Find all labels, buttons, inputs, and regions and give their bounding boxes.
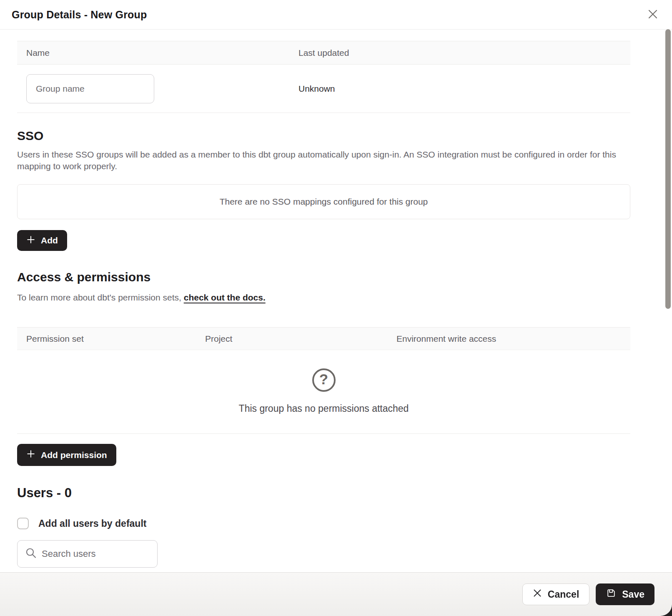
plus-icon xyxy=(26,235,35,246)
add-permission-button[interactable]: Add permission xyxy=(17,444,116,466)
sso-add-button[interactable]: Add xyxy=(17,230,67,251)
users-heading: Users - 0 xyxy=(17,486,630,500)
access-permissions-description: To learn more about dbt's permission set… xyxy=(17,292,630,303)
floppy-disk-icon xyxy=(606,588,617,601)
sso-description: Users in these SSO groups will be added … xyxy=(17,149,627,172)
cancel-button[interactable]: Cancel xyxy=(522,583,589,605)
sso-empty-message: There are no SSO mappings configured for… xyxy=(220,197,428,207)
column-header-permission-set: Permission set xyxy=(26,334,205,344)
modal-content: Name Last updated Unknown SSO Users in t… xyxy=(0,41,672,568)
docs-link[interactable]: check out the docs. xyxy=(184,293,266,302)
column-header-last-updated: Last updated xyxy=(298,48,630,58)
group-name-input[interactable] xyxy=(26,74,154,103)
close-icon xyxy=(647,8,659,21)
cancel-button-label: Cancel xyxy=(548,589,579,600)
add-all-users-row: Add all users by default xyxy=(17,518,630,529)
last-updated-value: Unknown xyxy=(298,84,630,94)
search-users-input[interactable] xyxy=(17,540,158,568)
save-button-label: Save xyxy=(622,589,644,600)
group-name-table: Name Last updated Unknown xyxy=(17,41,630,113)
question-mark-icon: ? xyxy=(312,368,336,392)
group-name-table-header: Name Last updated xyxy=(17,41,630,65)
vertical-scrollbar-thumb[interactable] xyxy=(665,29,671,309)
x-icon xyxy=(533,588,542,600)
group-name-row: Unknown xyxy=(17,65,630,113)
add-all-users-label: Add all users by default xyxy=(38,518,146,529)
modal-footer: Cancel Save xyxy=(0,572,672,616)
access-permissions-heading: Access & permissions xyxy=(17,270,630,284)
close-button[interactable] xyxy=(645,7,660,22)
permissions-table-header: Permission set Project Environment write… xyxy=(17,327,630,350)
sso-add-button-label: Add xyxy=(41,235,58,245)
search-users-wrapper xyxy=(17,540,158,568)
modal-title: Group Details - New Group xyxy=(12,9,147,21)
add-permission-button-label: Add permission xyxy=(41,450,107,460)
add-all-users-checkbox[interactable] xyxy=(17,518,29,529)
column-header-project: Project xyxy=(205,334,396,344)
column-header-name: Name xyxy=(26,48,298,58)
column-header-environment-write-access: Environment write access xyxy=(396,334,630,344)
plus-icon xyxy=(26,449,35,461)
modal-header: Group Details - New Group xyxy=(0,0,672,30)
permissions-empty-state: ? This group has no permissions attached xyxy=(17,350,630,434)
access-description-text: To learn more about dbt's permission set… xyxy=(17,293,181,302)
sso-empty-state: There are no SSO mappings configured for… xyxy=(17,184,630,219)
permissions-empty-message: This group has no permissions attached xyxy=(17,403,630,414)
save-button[interactable]: Save xyxy=(596,583,654,605)
sso-heading: SSO xyxy=(17,129,630,143)
